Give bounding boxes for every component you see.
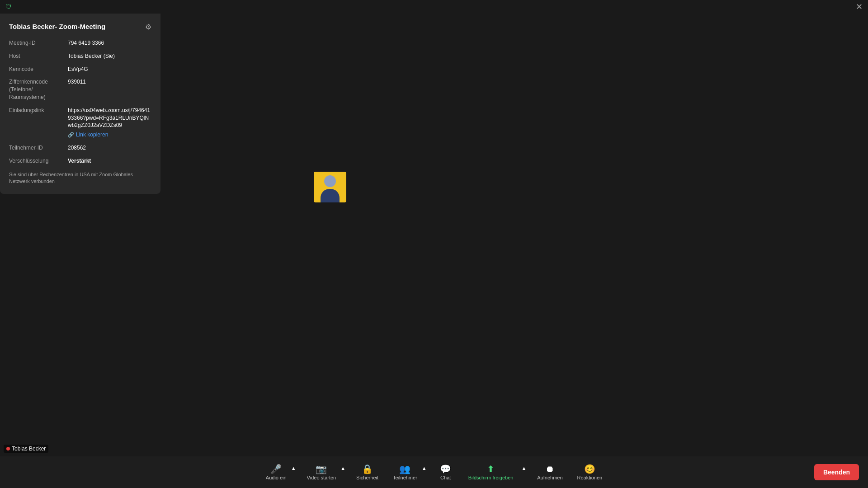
video-label: Video starten [307,475,336,480]
security-icon: 🔒 [362,465,373,474]
reactions-label: Reaktionen [577,475,603,480]
participants-icon: 👥 [399,465,410,474]
participants-button[interactable]: 👥 Teilnehmer [387,462,423,483]
video-group: 📷 Video starten ▲ [302,462,348,483]
chevron-up-icon-screen: ▲ [521,465,526,471]
record-icon: ⏺ [545,465,554,474]
teilnehmer-id-row: Teilnehmer-ID 208562 [9,144,151,152]
host-label: Host [9,52,68,60]
ziffernkenncode-row: Ziffernkenncode (Telefone/ Raumsysteme) … [9,78,151,101]
kenncode-label: Kenncode [9,66,68,73]
toolbar-center: 🎤 Audio ein ▲ 📷 Video starten ▲ 🔒 Sicher… [260,462,608,483]
screen-share-icon: ⬆ [487,465,495,474]
verschluesselung-value: Verstärkt [68,157,91,165]
close-button[interactable]: ✕ [856,2,863,12]
settings-button[interactable]: ⚙ [145,23,151,31]
copy-link-button[interactable]: 🔗 Link kopieren [68,131,151,139]
einladungslink-row: Einladungslink https://us04web.zoom.us/j… [9,107,151,139]
video-chevron-button[interactable]: ▲ [339,465,347,479]
verschluesselung-row: Verschlüsselung Verstärkt [9,157,151,165]
screen-share-label: Bildschirm freigeben [468,475,514,480]
network-info: Sie sind über Rechenzentren in USA mit Z… [9,171,151,185]
meeting-id-label: Meeting-ID [9,39,68,47]
participants-label: Teilnehmer [393,475,417,480]
audio-button[interactable]: 🎤 Audio ein [260,462,292,483]
chat-label: Chat [440,475,451,480]
end-label: Beenden [823,469,850,476]
audio-group: 🎤 Audio ein ▲ [260,462,298,483]
avatar-head [324,175,336,187]
meeting-id-value: 794 6419 3366 [68,39,104,47]
audio-chevron-button[interactable]: ▲ [289,465,298,479]
avatar-body [321,189,340,202]
video-button[interactable]: 📷 Video starten [302,462,342,483]
chat-icon: 💬 [440,465,451,474]
video-icon: 📷 [316,465,327,474]
meeting-id-row: Meeting-ID 794 6419 3366 [9,39,151,47]
host-row: Host Tobias Becker (Sie) [9,52,151,60]
einladungslink-value: https://us04web.zoom.us/j/79464193366?pw… [68,107,151,129]
reactions-icon: 😊 [584,465,595,474]
chevron-up-icon: ▲ [291,465,296,471]
participant-tile [314,172,346,202]
einladungslink-label: Einladungslink [9,107,68,139]
teilnehmer-id-label: Teilnehmer-ID [9,144,68,152]
record-label: Aufnehmen [537,475,562,480]
screen-share-chevron-button[interactable]: ▲ [519,465,528,479]
microphone-icon: 🎤 [270,465,282,474]
record-button[interactable]: ⏺ Aufnehmen [532,462,568,483]
toolbar-right: Beenden [805,464,859,480]
info-panel: Tobias Becker- Zoom-Meeting ⚙ Meeting-ID… [0,14,160,194]
chevron-up-icon-video: ▲ [340,465,345,471]
toolbar: 🎤 Audio ein ▲ 📷 Video starten ▲ 🔒 Sicher… [0,456,868,488]
muted-indicator [6,447,10,450]
local-participant-name-overlay: Tobias Becker [4,445,48,453]
top-bar: 🛡 ✕ [0,0,868,14]
security-label: Sicherheit [356,475,378,480]
security-shield-icon: 🛡 [5,3,12,10]
audio-label: Audio ein [266,475,287,480]
copy-icon: 🔗 [68,131,74,138]
host-value: Tobias Becker (Sie) [68,52,115,60]
screen-share-button[interactable]: ⬆ Bildschirm freigeben [463,462,519,483]
ziffernkenncode-value: 939011 [68,78,86,101]
verschluesselung-label: Verschlüsselung [9,157,68,165]
reactions-button[interactable]: 😊 Reaktionen [572,462,608,483]
kenncode-row: Kenncode EsVp4G [9,66,151,73]
kenncode-value: EsVp4G [68,66,88,73]
end-meeting-button[interactable]: Beenden [814,464,859,480]
chat-button[interactable]: 💬 Chat [432,462,459,483]
panel-title: Tobias Becker- Zoom-Meeting [9,23,105,30]
participants-group: 👥 Teilnehmer ▲ [387,462,429,483]
security-button[interactable]: 🔒 Sicherheit [351,462,384,483]
ziffernkenncode-label: Ziffernkenncode (Telefone/ Raumsysteme) [9,78,68,101]
teilnehmer-id-value: 208562 [68,144,86,152]
participant-avatar [314,172,346,202]
local-name-text: Tobias Becker [12,446,46,452]
